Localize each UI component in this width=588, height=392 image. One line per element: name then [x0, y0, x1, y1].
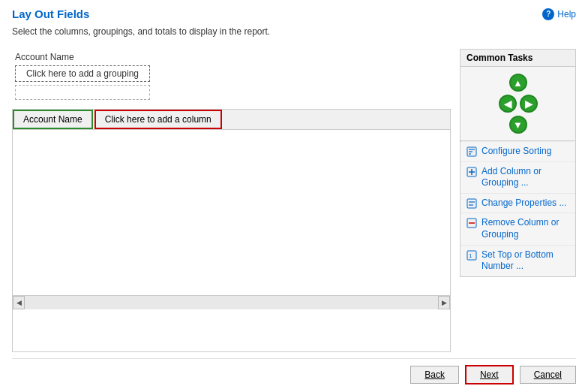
add-column-grouping-label: Add Column or Grouping ... [482, 166, 569, 189]
columns-body [13, 130, 450, 295]
configure-sorting-task[interactable]: Configure Sorting [460, 142, 575, 162]
direction-arrows: ▲ ◀ ▶ ▼ [460, 67, 575, 140]
svg-text:1: 1 [469, 252, 472, 259]
help-icon: ? [542, 8, 554, 20]
footer: Back Next Cancel [12, 358, 576, 384]
cancel-button[interactable]: Cancel [520, 366, 576, 384]
arrow-up-button[interactable]: ▲ [508, 73, 528, 92]
arrow-right-button[interactable]: ▶ [519, 94, 538, 113]
remove-column-grouping-task[interactable]: Remove Column or Grouping [460, 213, 575, 245]
add-column-grouping-task[interactable]: Add Column or Grouping ... [460, 162, 575, 194]
topbottom-icon: 1 [466, 250, 477, 261]
remove-icon [466, 218, 477, 228]
svg-rect-7 [467, 199, 476, 208]
columns-header: Account Name Click here to add a column [13, 110, 450, 130]
set-top-bottom-task[interactable]: 1 Set Top or Bottom Number ... [460, 246, 575, 276]
set-top-bottom-label: Set Top or Bottom Number ... [482, 249, 569, 273]
help-label: Help [557, 9, 576, 20]
remove-column-grouping-label: Remove Column or Grouping [482, 217, 569, 240]
change-properties-task[interactable]: Change Properties ... [460, 194, 575, 214]
right-circle: ▶ [520, 95, 538, 113]
account-name-column-header[interactable]: Account Name [13, 110, 93, 129]
add-grouping-button[interactable]: Click here to add a grouping [15, 65, 150, 82]
grouping-empty-row [15, 85, 150, 100]
page-title: Lay Out Fields [12, 8, 89, 20]
arrow-down-button[interactable]: ▼ [508, 115, 528, 134]
common-tasks-panel: Common Tasks ▲ ◀ ▶ [460, 49, 576, 277]
scroll-left-arrow[interactable]: ◀ [13, 296, 25, 309]
change-properties-label: Change Properties ... [482, 198, 566, 210]
add-col-icon [466, 167, 477, 177]
up-circle: ▲ [509, 74, 527, 92]
add-column-button[interactable]: Click here to add a column [94, 110, 222, 129]
grouping-label: Account Name [15, 52, 448, 62]
columns-area: Account Name Click here to add a column … [12, 109, 451, 352]
props-icon [466, 198, 477, 209]
subtitle: Select the columns, groupings, and total… [12, 26, 576, 37]
configure-sorting-label: Configure Sorting [482, 146, 551, 158]
down-circle: ▼ [509, 116, 527, 134]
sort-icon [466, 146, 477, 157]
horizontal-scrollbar[interactable]: ◀ ▶ [13, 295, 450, 309]
scroll-right-arrow[interactable]: ▶ [438, 296, 450, 309]
common-tasks-title: Common Tasks [460, 50, 575, 67]
help-link[interactable]: ? Help [542, 8, 576, 20]
arrow-left-button[interactable]: ◀ [498, 94, 518, 113]
next-button[interactable]: Next [465, 365, 514, 384]
back-button[interactable]: Back [410, 366, 459, 384]
left-circle: ◀ [499, 95, 517, 113]
scroll-track[interactable] [25, 296, 438, 309]
